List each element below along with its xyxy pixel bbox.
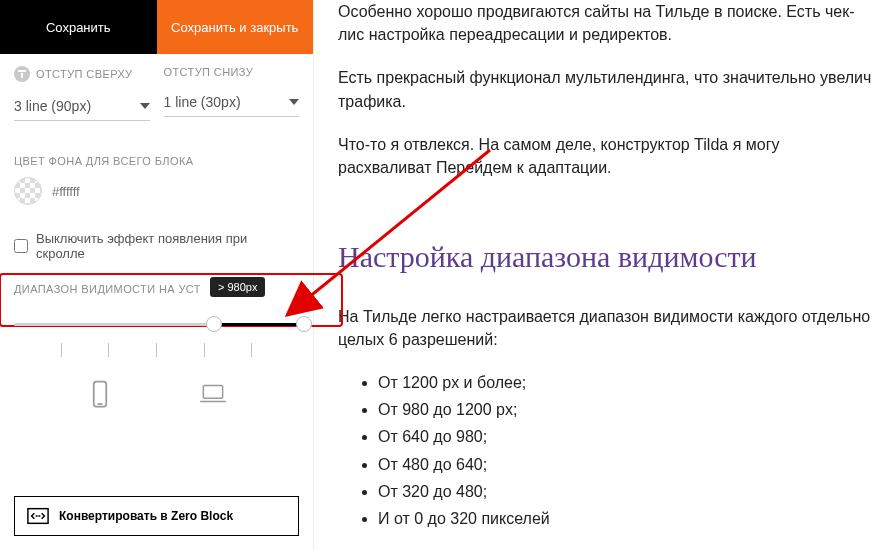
list-item: От 1200 px и более; bbox=[378, 371, 874, 394]
bgcolor-label: ЦВЕТ ФОНА ДЛЯ ВСЕГО БЛОКА bbox=[14, 155, 299, 167]
bgcolor-input[interactable] bbox=[52, 184, 172, 199]
slider-ticks bbox=[14, 343, 299, 357]
svg-rect-1 bbox=[21, 73, 23, 78]
slider-handle-left[interactable] bbox=[206, 316, 222, 332]
convert-zero-block-button[interactable]: Конвертировать в Zero Block bbox=[14, 496, 299, 536]
chevron-down-icon bbox=[289, 99, 299, 105]
visibility-slider[interactable] bbox=[14, 315, 299, 339]
tabs: Сохранить Сохранить и закрыть bbox=[0, 0, 313, 54]
phone-icon bbox=[85, 379, 115, 413]
chevron-down-icon bbox=[140, 103, 150, 109]
svg-rect-4 bbox=[203, 385, 222, 398]
list-item: От 480 до 640; bbox=[378, 453, 874, 476]
padding-top-icon bbox=[14, 66, 30, 82]
list-item: От 320 до 480; bbox=[378, 480, 874, 503]
padding-top-label: ОТСТУП СВЕРХУ bbox=[14, 66, 150, 82]
article-content: Особенно хорошо продвигаются сайты на Ти… bbox=[314, 0, 874, 550]
laptop-icon bbox=[198, 379, 228, 413]
slider-handle-right[interactable] bbox=[296, 316, 312, 332]
visibility-range-block: ДИАПАЗОН ВИДИМОСТИ НА УСТ > 980px bbox=[0, 283, 313, 427]
settings-sidebar: Сохранить Сохранить и закрыть ОТСТУП СВЕ… bbox=[0, 0, 314, 550]
paragraph: Особенно хорошо продвигаются сайты на Ти… bbox=[338, 0, 874, 46]
svg-rect-0 bbox=[18, 70, 26, 72]
section-heading: Настройка диапазона видимости bbox=[338, 235, 874, 279]
paragraph: Что-то я отвлекся. На самом деле, констр… bbox=[338, 133, 874, 179]
list-item: И от 0 до 320 пикселей bbox=[378, 507, 874, 530]
svg-rect-2 bbox=[94, 382, 107, 407]
device-icons bbox=[14, 379, 299, 413]
padding-bottom-select[interactable]: 1 line (30px) bbox=[164, 88, 300, 117]
padding-bottom-label: ОТСТУП СНИЗУ bbox=[164, 66, 300, 78]
list-item: От 980 до 1200 px; bbox=[378, 398, 874, 421]
paragraph: Есть прекрасный функционал мультилендинг… bbox=[338, 66, 874, 112]
padding-top-select[interactable]: 3 line (90px) bbox=[14, 92, 150, 121]
disable-scroll-effect-label: Выключить эффект появления при скролле bbox=[36, 231, 299, 261]
disable-scroll-effect-row[interactable]: Выключить эффект появления при скролле bbox=[0, 231, 313, 261]
visibility-tooltip: > 980px bbox=[210, 277, 265, 297]
list-item: От 640 до 980; bbox=[378, 425, 874, 448]
save-tab[interactable]: Сохранить bbox=[0, 0, 157, 54]
disable-scroll-effect-checkbox[interactable] bbox=[14, 239, 28, 253]
paragraph: На Тильде легко настраивается диапазон в… bbox=[338, 305, 874, 351]
convert-icon bbox=[27, 507, 49, 525]
resolution-list: От 1200 px и более; От 980 до 1200 px; О… bbox=[338, 371, 874, 530]
bgcolor-swatch[interactable] bbox=[14, 177, 42, 205]
save-close-tab[interactable]: Сохранить и закрыть bbox=[157, 0, 314, 54]
